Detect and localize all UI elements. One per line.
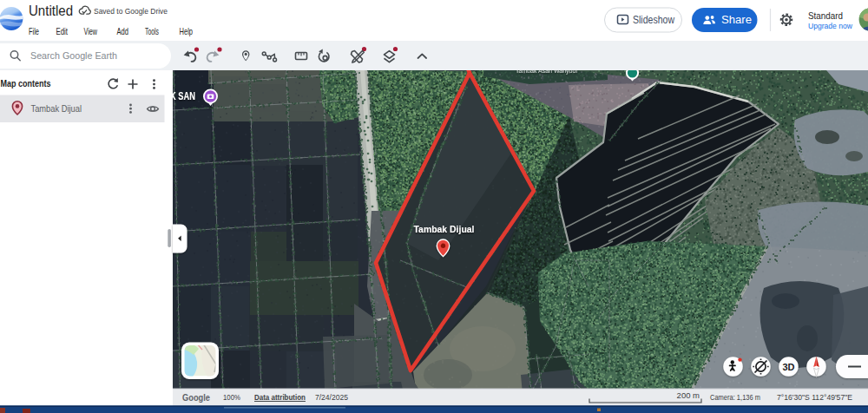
- svg-text:Search Google Earth: Search Google Earth: [30, 50, 117, 61]
- svg-text:100%: 100%: [223, 392, 240, 402]
- svg-text:Add: Add: [117, 26, 129, 36]
- svg-text:Share: Share: [721, 14, 752, 26]
- svg-text:Edit: Edit: [56, 26, 69, 36]
- svg-text:Untitled: Untitled: [29, 3, 73, 18]
- svg-text:Map contents: Map contents: [1, 78, 51, 88]
- svg-text:Help: Help: [180, 26, 194, 36]
- svg-text:Tools: Tools: [145, 26, 159, 36]
- svg-text:Slideshow: Slideshow: [633, 14, 674, 26]
- svg-text:File: File: [29, 26, 39, 36]
- svg-text:Tambak Dijual: Tambak Dijual: [414, 224, 475, 234]
- svg-text:7°16'30"S 112°49'57"E: 7°16'30"S 112°49'57"E: [777, 392, 852, 402]
- svg-text:View: View: [84, 26, 98, 36]
- svg-text:Camera: 1,136 m: Camera: 1,136 m: [710, 392, 760, 402]
- svg-text:7/24/2025: 7/24/2025: [315, 392, 348, 402]
- svg-text:3D: 3D: [782, 362, 794, 372]
- svg-text:Saved to Google Drive: Saved to Google Drive: [94, 6, 168, 16]
- svg-text:Standard: Standard: [808, 10, 843, 21]
- svg-text:Data attribution: Data attribution: [254, 392, 306, 402]
- svg-text:200 m: 200 m: [677, 390, 700, 400]
- svg-text:Google: Google: [182, 392, 210, 403]
- svg-text:Upgrade now: Upgrade now: [808, 21, 852, 30]
- svg-text:K SAN: K SAN: [170, 90, 195, 102]
- svg-text:Tambak Dijual: Tambak Dijual: [31, 103, 82, 114]
